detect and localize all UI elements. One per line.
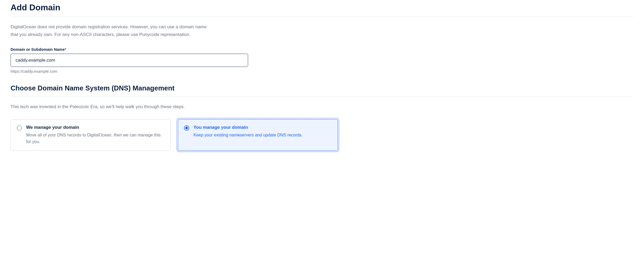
radio-inner-icon <box>185 127 188 129</box>
option-we-manage[interactable]: We manage your domain Move all of your D… <box>11 119 171 151</box>
divider <box>11 17 633 17</box>
option-description: Keep your existing nameservers and updat… <box>193 132 332 139</box>
domain-field-label-text: Domain or Subdomain Name <box>11 47 65 52</box>
intro-description: DigitalOcean does not provide domain reg… <box>11 23 211 39</box>
radio-icon <box>17 125 22 131</box>
option-description: Move all of your DNS records to DigitalO… <box>26 132 164 145</box>
dns-section-title: Choose Domain Name System (DNS) Manageme… <box>11 84 633 92</box>
domain-helper-text: https://caddy.example.com <box>11 69 633 74</box>
page-title: Add Domain <box>11 3 633 12</box>
option-you-manage[interactable]: You manage your domain Keep your existin… <box>178 119 338 151</box>
required-asterisk: * <box>65 47 66 52</box>
dns-section-description: This tech was invented in the Paleozoic … <box>11 103 211 111</box>
option-title: We manage your domain <box>26 125 164 130</box>
option-content: We manage your domain Move all of your D… <box>26 125 164 145</box>
option-content: You manage your domain Keep your existin… <box>193 125 332 139</box>
option-title: You manage your domain <box>193 125 332 130</box>
divider <box>11 97 633 97</box>
domain-input[interactable] <box>11 54 248 67</box>
radio-icon <box>184 125 189 131</box>
domain-field-label: Domain or Subdomain Name* <box>11 47 633 52</box>
dns-options-row: We manage your domain Move all of your D… <box>11 119 338 151</box>
